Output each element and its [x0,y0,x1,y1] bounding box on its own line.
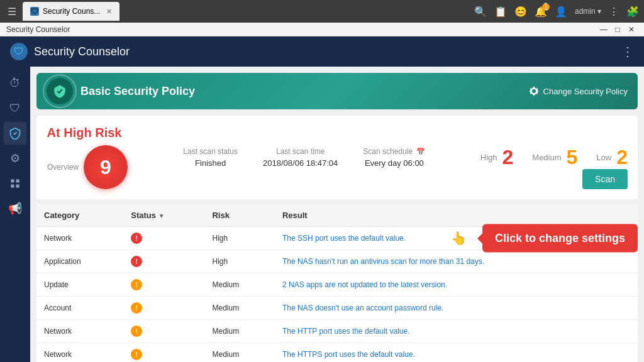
svg-rect-0 [11,179,14,182]
change-policy-button[interactable]: Change Security Policy [528,85,628,97]
result-link[interactable]: The HTTPS port uses the default value. [282,350,415,359]
high-count: 2 [502,146,514,169]
result-link[interactable]: The NAS hasn't run an antivirus scan for… [282,257,484,266]
low-count-item: Low 2 [596,146,628,169]
cell-result: The NAS doesn't use an account password … [275,297,638,320]
results-table-container: Category Status ▼ Risk Result Network ! … [36,204,638,362]
app-title-bar: Security Counselor — □ ✕ [0,23,644,36]
search-icon[interactable]: 🔍 [474,6,487,18]
tab-favicon: 🛡 [30,7,39,16]
risk-score-circle: 9 [84,145,128,189]
sidebar-item-apps[interactable] [4,172,26,195]
main-layout: ⏱ 🛡 ⚙ 📢 Basic Security Policy [0,67,644,362]
medium-count: 5 [567,146,578,169]
sidebar-item-clock[interactable]: ⏱ [4,72,26,94]
maximize-button[interactable]: □ [611,23,624,36]
results-table: Category Status ▼ Risk Result Network ! … [36,204,638,362]
emoji-icon[interactable]: 😊 [514,6,527,18]
overview-label: Overview [47,163,79,172]
sidebar-item-notify[interactable]: 📢 [4,197,26,220]
sidebar-item-shield[interactable]: 🛡 [4,97,26,119]
tab-title: Security Couns... [43,7,100,16]
scan-info: Last scan status Finished Last scan time… [141,147,468,168]
cell-status: ! [123,343,204,363]
col-header-status: Status ▼ [123,204,204,227]
high-count-item: High 2 [480,146,514,169]
col-header-risk: Risk [204,204,274,227]
cell-category: Network [36,227,123,250]
table-row: Network ! Medium The HTTP port uses the … [36,320,638,343]
browser-tab[interactable]: 🛡 Security Couns... ✕ [23,2,119,21]
shield-logo-icon: 🛡 [10,43,28,60]
cursor-hand-icon: 👆 [451,231,467,246]
result-link[interactable]: The HTTP port uses the default value. [282,327,410,336]
status-badge: ! [131,349,142,360]
sidebar-item-settings[interactable]: ⚙ [4,147,26,170]
result-link[interactable]: The SSH port uses the default value. [282,234,406,243]
cell-risk: High [204,227,274,250]
risk-label: At High Risk [47,126,122,140]
table-row: Network ! High The SSH port uses the def… [36,227,638,250]
app-logo: 🛡 Security Counselor [10,43,130,60]
browser-menu-icon[interactable]: ☰ [5,3,19,20]
status-badge: ! [131,279,142,290]
cell-category: Update [36,273,123,297]
last-scan-status-value: Finished [183,158,238,168]
close-button[interactable]: ✕ [625,23,638,36]
app-header: 🛡 Security Counselor ⋮ [0,36,644,67]
cell-risk: Medium [204,273,274,297]
admin-label[interactable]: admin ▾ [575,7,601,16]
scan-schedule-info: Scan schedule 📅 Every day 06:00 [363,147,425,168]
cell-risk: Medium [204,343,274,363]
tooltip-text: Click to change settings [495,232,625,244]
notification-bell[interactable]: 🔔1 [535,6,547,18]
app-header-title: Security Counselor [34,45,130,58]
svg-rect-2 [11,185,14,188]
policy-shield-icon [47,78,73,104]
result-link[interactable]: 2 NAS apps are not updated to the latest… [282,280,447,289]
browser-icons: 🔍 📋 😊 🔔1 👤 admin ▾ ⋮ 🧩 [474,6,639,18]
cell-status: ! [123,297,204,320]
cell-result: 2 NAS apps are not updated to the latest… [275,273,638,297]
window-controls: — □ ✕ [597,23,638,36]
status-sort-icon[interactable]: ▼ [158,212,165,219]
col-header-result: Result [275,204,638,227]
status-badge: ! [131,326,142,337]
scan-schedule-value: Every day 06:00 [363,158,425,168]
cell-result: The HTTP port uses the default value. [275,320,638,343]
app-header-menu-icon[interactable]: ⋮ [621,44,634,59]
cell-category: Network [36,320,123,343]
cell-status: ! [123,250,204,273]
cell-status: ! [123,273,204,297]
scan-schedule-label: Scan schedule 📅 [363,147,425,156]
sidebar-item-shield-check[interactable] [4,122,26,145]
table-header-row: Category Status ▼ Risk Result [36,204,638,227]
status-badge: ! [131,302,142,314]
cell-risk: Medium [204,320,274,343]
browser-more-icon[interactable]: ⋮ [609,6,619,18]
notes-icon[interactable]: 📋 [494,6,507,18]
user-icon[interactable]: 👤 [555,6,567,18]
browser-bar: ☰ 🛡 Security Couns... ✕ 🔍 📋 😊 🔔1 👤 admin… [0,0,644,23]
last-scan-time-info: Last scan time 2018/08/06 18:47:04 [263,147,338,168]
cell-risk: Medium [204,297,274,320]
table-row: Application ! High The NAS hasn't run an… [36,250,638,273]
tab-close-button[interactable]: ✕ [106,8,112,16]
last-scan-time-label: Last scan time [263,147,338,156]
scan-button[interactable]: Scan [582,169,628,189]
minimize-button[interactable]: — [597,23,610,36]
risk-counts: High 2 Medium 5 Low 2 [480,146,628,169]
result-link[interactable]: The NAS doesn't use an account password … [282,304,443,312]
table-row: Account ! Medium The NAS doesn't use an … [36,297,638,320]
cell-result: The NAS hasn't run an antivirus scan for… [275,250,638,273]
cell-status: ! [123,227,204,250]
col-header-category: Category [36,204,123,227]
table-row: Network ! Medium The HTTPS port uses the… [36,343,638,363]
last-scan-time-value: 2018/08/06 18:47:04 [263,158,338,168]
last-scan-status-label: Last scan status [183,147,238,156]
calendar-icon: 📅 [416,148,425,155]
risk-score: 9 [100,156,111,179]
extensions-icon[interactable]: 🧩 [626,6,639,18]
risk-section: At High Risk Overview 9 Last scan status… [36,116,638,199]
svg-rect-1 [16,179,19,182]
